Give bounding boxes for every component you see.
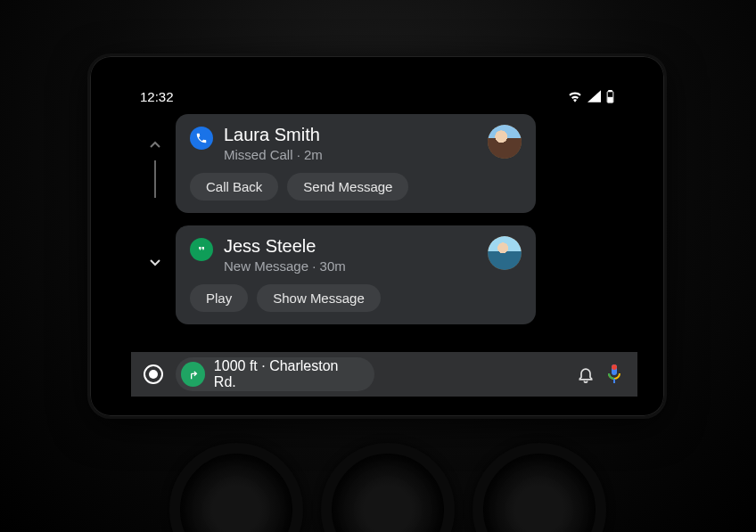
- notification-title: Jess Steele: [224, 236, 346, 257]
- phone-icon: [190, 127, 213, 150]
- dashboard-vent: [472, 443, 606, 532]
- status-bar: 12:32: [127, 83, 627, 110]
- avatar: [488, 125, 522, 159]
- battery-icon: [606, 90, 614, 103]
- app-launcher-button[interactable]: [144, 364, 163, 384]
- dashboard-vent: [169, 443, 303, 532]
- avatar: [488, 236, 522, 270]
- bottom-bar: 1000 ft · Charleston Rd.: [131, 352, 637, 397]
- svg-rect-4: [612, 364, 617, 370]
- notification-subtitle: New Message · 30m: [224, 258, 346, 274]
- show-message-button[interactable]: Show Message: [257, 284, 381, 312]
- navigation-pill[interactable]: 1000 ft · Charleston Rd.: [176, 357, 374, 391]
- chevron-down-icon[interactable]: [149, 258, 161, 266]
- scroll-track: [154, 160, 156, 198]
- car-display-device: 12:32: [87, 53, 667, 419]
- clock: 12:32: [140, 89, 174, 104]
- svg-rect-1: [609, 90, 612, 92]
- scroll-indicator: [135, 110, 176, 324]
- notification-subtitle: Missed Call · 2m: [224, 147, 323, 162]
- hangouts-icon: [190, 238, 213, 261]
- navigation-text: 1000 ft · Charleston Rd.: [214, 358, 358, 390]
- chevron-up-icon[interactable]: [149, 141, 161, 150]
- screen: 12:32: [127, 83, 627, 389]
- svg-rect-2: [608, 97, 612, 102]
- turn-right-icon: [181, 362, 205, 387]
- notification-card[interactable]: Laura Smith Missed Call · 2m Call Back S…: [176, 114, 536, 213]
- content-area: Laura Smith Missed Call · 2m Call Back S…: [127, 110, 627, 324]
- notification-card[interactable]: Jess Steele New Message · 30m Play Show …: [176, 225, 536, 324]
- send-message-button[interactable]: Send Message: [287, 173, 408, 201]
- notification-list: Laura Smith Missed Call · 2m Call Back S…: [176, 110, 536, 324]
- signal-icon: [588, 90, 601, 102]
- play-button[interactable]: Play: [190, 284, 248, 312]
- bell-icon[interactable]: [577, 364, 595, 384]
- call-back-button[interactable]: Call Back: [190, 173, 278, 201]
- notification-title: Laura Smith: [224, 125, 323, 145]
- status-icons: [568, 90, 614, 103]
- wifi-icon: [568, 90, 582, 102]
- dashboard-vent: [321, 443, 455, 532]
- mic-icon[interactable]: [607, 364, 621, 384]
